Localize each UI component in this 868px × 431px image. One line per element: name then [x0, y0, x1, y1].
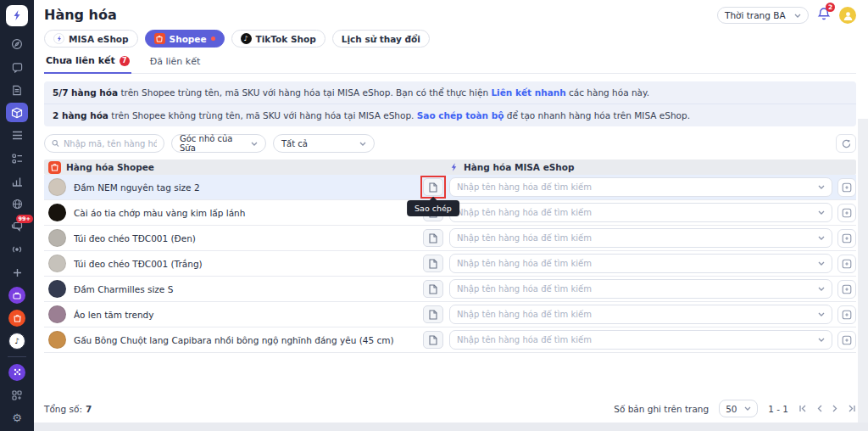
tab-change-history[interactable]: Lịch sử thay đổi — [332, 30, 430, 48]
prev-page-button[interactable] — [817, 405, 822, 412]
store-selector-value: Thời trang BA — [725, 10, 786, 20]
copy-button[interactable] — [423, 305, 443, 323]
banner-text: trên Shopee không trùng tên, mã SKU với … — [108, 110, 417, 120]
misa-product-search-input[interactable] — [457, 182, 818, 192]
quick-add-button[interactable] — [837, 229, 856, 248]
misa-product-search-input[interactable] — [457, 335, 818, 344]
tab-tiktok-shop[interactable]: ♪ TikTok Shop — [231, 30, 326, 48]
table-header: Hàng hóa Shopee Hàng hóa MISA eShop — [44, 160, 856, 175]
tab-label: Lịch sử thay đổi — [342, 34, 420, 44]
add-product-icon — [842, 182, 852, 193]
app-misa-connect[interactable] — [6, 362, 28, 382]
product-name: Túi đeo chéo TĐC001 (Đen) — [74, 233, 415, 243]
briefcase-app-icon — [8, 287, 25, 304]
table-row: Gấu Bông Chuột lang Capibara nhồi bông n… — [44, 327, 856, 353]
app-misa-amis[interactable] — [6, 286, 28, 305]
link-status-subtabs: Chưa liên kết 7 Đã liên kết — [44, 55, 856, 74]
misa-product-combobox[interactable] — [449, 305, 832, 324]
misa-product-search-input[interactable] — [457, 310, 818, 319]
status-filter-select[interactable]: Tất cả — [273, 134, 375, 153]
product-thumbnail — [48, 229, 66, 247]
table-row: Đầm NEM nguyên tag size 2 Sao chép — [44, 175, 856, 200]
app-shopee[interactable] — [6, 308, 28, 327]
app-tiktok[interactable]: ♪ — [6, 331, 28, 350]
shopee-app-icon — [8, 310, 25, 327]
misa-product-search-input[interactable] — [457, 259, 818, 268]
banner-quick-link: 5/7 hàng hóa trên Shopee trùng tên, mã S… — [44, 81, 856, 104]
copy-button[interactable] — [423, 280, 443, 298]
misa-product-search-input[interactable] — [457, 208, 818, 217]
misa-product-combobox[interactable] — [449, 228, 832, 248]
quick-add-button[interactable] — [837, 255, 856, 273]
first-page-icon — [798, 405, 807, 412]
quick-add-button[interactable] — [837, 331, 856, 350]
add-product-icon — [842, 310, 852, 320]
sidebar-item-tasks[interactable] — [6, 148, 28, 168]
shop-filter-select[interactable]: Góc nhỏ của Sữa — [171, 134, 266, 153]
per-page-select[interactable]: 50 — [719, 400, 758, 417]
store-selector[interactable]: Thời trang BA — [717, 7, 809, 24]
quick-add-button[interactable] — [837, 204, 856, 222]
quick-add-button[interactable] — [837, 280, 856, 299]
user-avatar[interactable] — [839, 7, 856, 24]
checklist-icon — [12, 154, 23, 164]
product-search-box[interactable] — [44, 134, 164, 153]
sidebar-item-reports[interactable] — [6, 171, 28, 191]
next-page-button[interactable] — [832, 405, 837, 412]
misa-product-search-input[interactable] — [457, 233, 818, 243]
copy-button[interactable] — [423, 178, 443, 196]
quick-add-button[interactable] — [837, 178, 856, 197]
misa-product-combobox[interactable] — [449, 279, 832, 299]
copy-button[interactable] — [423, 229, 443, 247]
sidebar-item-messages[interactable] — [6, 58, 28, 77]
sidebar-item-orders[interactable] — [6, 81, 28, 100]
compass-icon — [11, 38, 23, 50]
sidebar-item-list[interactable] — [6, 126, 28, 145]
refresh-button[interactable] — [836, 134, 856, 153]
shop-filter-value: Góc nhỏ của Sữa — [180, 134, 251, 153]
chevron-down-icon — [744, 406, 751, 411]
apps-grid-button[interactable] — [6, 385, 28, 405]
first-page-button[interactable] — [798, 405, 807, 412]
search-input[interactable] — [64, 139, 157, 148]
chevron-down-icon — [251, 142, 258, 146]
settings-button[interactable]: ⚙ — [6, 408, 28, 428]
misa-eshop-logo[interactable] — [6, 5, 28, 26]
table-footer: Tổng số:7 Số bản ghi trên trang 50 1 - 1 — [44, 400, 856, 417]
add-product-icon — [842, 335, 852, 345]
copy-button[interactable] — [423, 331, 443, 349]
table-row: Đầm Charmilles size S Sao chép — [44, 277, 856, 302]
product-name: Gấu Bông Chuột lang Capibara nhồi bông n… — [74, 335, 415, 345]
subtab-not-linked[interactable]: Chưa liên kết 7 — [44, 55, 131, 74]
notifications-button[interactable]: 2 — [817, 7, 831, 24]
last-page-button[interactable] — [848, 405, 856, 412]
bar-chart-icon — [12, 176, 23, 187]
copy-all-action[interactable]: Sao chép toàn bộ — [417, 110, 504, 120]
subtab-linked[interactable]: Đã liên kết — [148, 55, 203, 73]
sidebar-item-broadcast[interactable] — [6, 240, 28, 260]
misa-product-combobox[interactable] — [449, 330, 832, 350]
product-thumbnail — [48, 178, 66, 196]
add-channel-button[interactable] — [6, 263, 28, 283]
copy-button[interactable] — [423, 255, 443, 272]
tab-misa-eshop[interactable]: MISA eShop — [44, 30, 138, 48]
sidebar-item-website[interactable] — [6, 194, 28, 214]
tab-shopee[interactable]: Shopee — [145, 30, 225, 48]
product-name: Cài áo tia chớp màu vàng kim lấp lánh — [74, 208, 415, 218]
quick-link-action[interactable]: Liên kết nhanh — [491, 87, 565, 98]
person-icon — [843, 10, 854, 21]
tab-label: MISA eShop — [69, 34, 129, 44]
globe-icon — [12, 199, 23, 210]
misa-product-combobox[interactable] — [449, 203, 832, 222]
banner-text: các hàng hóa này. — [566, 87, 649, 98]
sidebar-item-dashboard[interactable] — [6, 35, 28, 54]
misa-product-combobox[interactable] — [449, 254, 832, 273]
shopee-logo-icon — [154, 33, 165, 44]
misa-product-search-input[interactable] — [457, 284, 818, 294]
sidebar-item-conversations[interactable]: 99+ — [6, 217, 28, 237]
chat-count-badge: 99+ — [16, 215, 34, 224]
misa-product-combobox[interactable] — [449, 177, 832, 197]
sidebar-item-products[interactable] — [6, 103, 28, 122]
total-count: Tổng số:7 — [44, 404, 92, 414]
quick-add-button[interactable] — [837, 305, 856, 324]
